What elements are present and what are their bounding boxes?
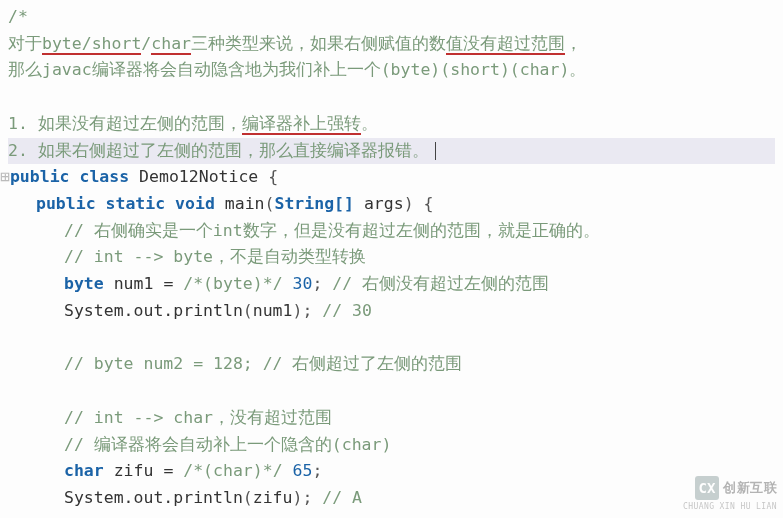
blank-line — [8, 325, 775, 352]
comment-c6: // 编译器将会自动补上一个隐含的(char) — [64, 435, 391, 454]
comment-line-1: 对于byte/short/char三种类型来说，如果右侧赋值的数值没有超过范围， — [8, 31, 775, 58]
underline-byte: byte — [42, 34, 82, 55]
watermark-logo-icon: CX — [695, 476, 719, 500]
comment-item-1: 1. 如果没有超过左侧的范围，编译器补上强转。 — [8, 111, 775, 138]
comment-c1: // 右侧确实是一个int数字，但是没有超过左侧的范围，就是正确的。 — [64, 221, 600, 240]
blank-line — [8, 84, 775, 111]
comment-line-2: 那么javac编译器将会自动隐含地为我们补上一个(byte)(short)(ch… — [8, 57, 775, 84]
highlighted-line: 2. 如果右侧超过了左侧的范围，那么直接编译器报错。 — [8, 138, 775, 165]
fold-icon[interactable]: ⊞ — [0, 167, 10, 186]
class-decl: ⊞public class Demo12Notice { — [8, 164, 775, 191]
watermark-sub: CHUANG XIN HU LIAN — [683, 501, 777, 514]
stmt-byte-num1: byte num1 = /*(byte)*/ 30; // 右侧没有超过左侧的范… — [8, 271, 775, 298]
main-close: } — [8, 512, 775, 518]
main-decl: public static void main(String[] args) { — [8, 191, 775, 218]
comment-c5: // int --> char，没有超过范围 — [64, 408, 332, 427]
comment-item-2: 2. 如果右侧超过了左侧的范围，那么直接编译器报错。 — [8, 141, 429, 160]
comment-open: /* — [8, 7, 28, 26]
stmt-char-zifu: char zifu = /*(char)*/ 65; — [8, 458, 775, 485]
watermark: CX创新互联 CHUANG XIN HU LIAN — [683, 474, 777, 514]
blank-line — [8, 378, 775, 405]
stmt-println-zifu: System.out.println(zifu); // A — [8, 485, 775, 512]
stmt-println-num1: System.out.println(num1); // 30 — [8, 298, 775, 325]
text-caret — [435, 142, 436, 160]
underline-char: char — [151, 34, 191, 55]
underline-short: short — [92, 34, 142, 55]
code-block: ⊞public class Demo12Notice { public stat… — [8, 164, 775, 518]
underline-cast: 编译器补上强转 — [242, 114, 361, 135]
comment-c4: // byte num2 = 128; // 右侧超过了左侧的范围 — [64, 354, 462, 373]
comment-c2: // int --> byte，不是自动类型转换 — [64, 247, 366, 266]
watermark-brand: 创新互联 — [723, 480, 777, 495]
comment-block: /* 对于byte/short/char三种类型来说，如果右侧赋值的数值没有超过… — [8, 4, 775, 164]
underline-range: 值没有超过范围 — [446, 34, 565, 55]
